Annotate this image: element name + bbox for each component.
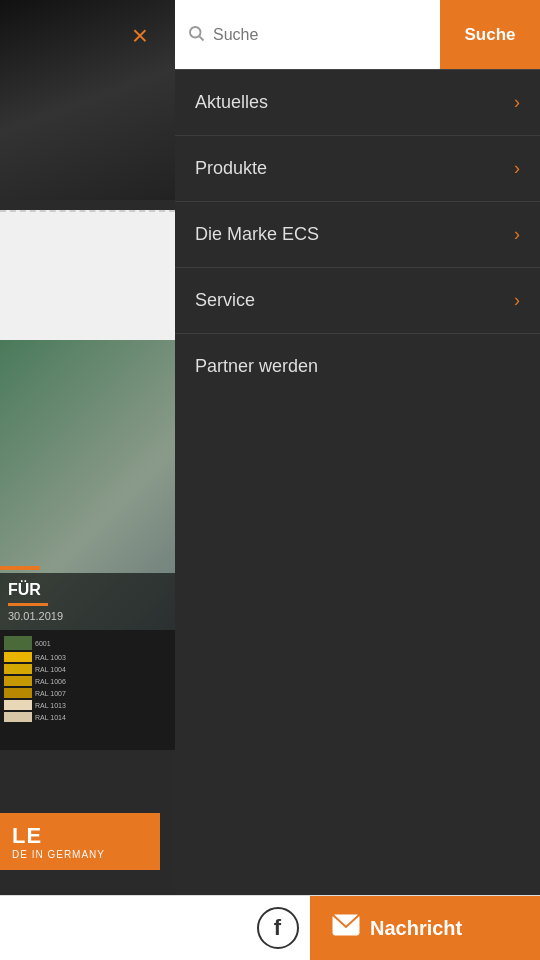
envelope-icon: [332, 914, 360, 942]
swatch: [4, 636, 32, 650]
nav-item-label: Service: [195, 290, 255, 311]
close-icon: ×: [132, 22, 148, 50]
nav-item-die-marke-ecs[interactable]: Die Marke ECS ›: [175, 202, 540, 268]
search-button[interactable]: Suche: [440, 0, 540, 69]
message-button[interactable]: Nachricht: [310, 896, 540, 961]
swatch-label: 6001: [35, 640, 51, 647]
search-bar: Suche: [175, 0, 540, 70]
facebook-icon: f: [257, 907, 299, 949]
swatch-label: RAL 1003: [35, 654, 66, 661]
swatch-label: RAL 1004: [35, 666, 66, 673]
card-title: FÜR: [8, 581, 167, 599]
swatch: [4, 676, 32, 686]
facebook-button[interactable]: f: [245, 896, 310, 961]
swatch: [4, 700, 32, 710]
swatch-label: RAL 1014: [35, 714, 66, 721]
bottom-bar: f Nachricht: [0, 895, 540, 960]
swatch-label: RAL 1007: [35, 690, 66, 697]
svg-line-1: [199, 36, 203, 40]
nav-item-partner-werden[interactable]: Partner werden: [175, 334, 540, 399]
bg-card: FÜR 30.01.2019: [0, 340, 175, 630]
search-input-wrapper[interactable]: [175, 0, 440, 69]
dotted-divider: [0, 210, 175, 212]
swatch: [4, 688, 32, 698]
nav-item-service[interactable]: Service ›: [175, 268, 540, 334]
card-date: 30.01.2019: [8, 610, 167, 622]
chevron-right-icon: ›: [514, 158, 520, 179]
search-input[interactable]: [213, 26, 428, 44]
swatch-label: RAL 1013: [35, 702, 66, 709]
color-swatches-section: 6001 RAL 1003 RAL 1004 RAL 1006 RAL 1007…: [0, 630, 175, 750]
nav-item-aktuelles[interactable]: Aktuelles ›: [175, 70, 540, 136]
background-panel: LE DE IN GERMANY FÜR 30.01.2019 6001 RAL…: [0, 0, 175, 960]
card-orange-bar: [8, 603, 48, 606]
nav-list: Aktuelles › Produkte › Die Marke ECS › S…: [175, 70, 540, 399]
swatch: [4, 664, 32, 674]
close-button[interactable]: ×: [120, 16, 160, 56]
swatch: [4, 712, 32, 722]
banner-line1: LE: [12, 823, 148, 849]
bg-white-section: [0, 210, 175, 340]
card-info: FÜR 30.01.2019: [0, 573, 175, 630]
banner-line2: DE IN GERMANY: [12, 849, 148, 860]
search-icon: [187, 24, 205, 46]
nav-item-label: Produkte: [195, 158, 267, 179]
swatch: [4, 652, 32, 662]
nav-item-label: Aktuelles: [195, 92, 268, 113]
nav-drawer: Suche Aktuelles › Produkte › Die Marke E…: [175, 0, 540, 960]
nav-item-label: Partner werden: [195, 356, 318, 377]
svg-point-0: [190, 27, 201, 38]
swatch-label: RAL 1006: [35, 678, 66, 685]
nav-item-produkte[interactable]: Produkte ›: [175, 136, 540, 202]
chevron-right-icon: ›: [514, 92, 520, 113]
message-label: Nachricht: [370, 917, 462, 940]
orange-banner: LE DE IN GERMANY: [0, 813, 160, 870]
chevron-right-icon: ›: [514, 224, 520, 245]
nav-item-label: Die Marke ECS: [195, 224, 319, 245]
chevron-right-icon: ›: [514, 290, 520, 311]
